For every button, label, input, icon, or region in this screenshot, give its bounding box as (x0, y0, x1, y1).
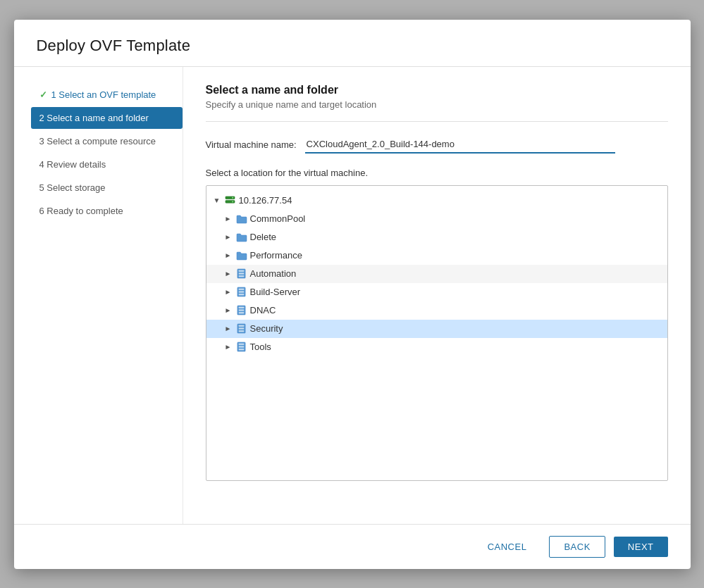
dialog-title: Deploy OVF Template (37, 37, 668, 55)
delete-chevron-icon: ► (223, 232, 233, 242)
tree-item-performance[interactable]: ► Performance (206, 246, 667, 265)
sidebar-step4-label: 4 Review details (39, 159, 106, 170)
dnac-label: DNAC (250, 305, 276, 315)
svg-rect-18 (239, 328, 245, 330)
automation-label: Automation (250, 268, 297, 279)
sidebar-step5-label: 5 Select storage (39, 182, 106, 193)
cancel-button[interactable]: CANCEL (474, 537, 541, 557)
root-server-icon (225, 195, 236, 206)
dialog-footer: CANCEL BACK NEXT (14, 524, 691, 569)
performance-folder-icon (236, 250, 247, 261)
buildserver-dc-icon (236, 287, 247, 298)
commonpool-chevron-icon: ► (223, 214, 233, 224)
sidebar-step1-label: 1 Select an OVF template (51, 89, 156, 100)
commonpool-label: CommonPool (250, 213, 306, 224)
tree-item-buildserver[interactable]: ► Build-Server (206, 283, 667, 301)
dnac-dc-icon (236, 305, 247, 316)
delete-label: Delete (250, 232, 277, 242)
svg-rect-7 (239, 275, 245, 277)
delete-folder-icon (236, 232, 247, 243)
dialog-body: ✓ 1 Select an OVF template 2 Select a na… (14, 67, 691, 524)
buildserver-chevron-icon: ► (223, 287, 233, 297)
vm-name-input[interactable] (305, 136, 615, 154)
section-title: Select a name and folder (206, 84, 668, 96)
security-dc-icon (236, 323, 247, 334)
svg-rect-21 (239, 344, 245, 345)
svg-rect-6 (239, 273, 245, 275)
vm-name-label: Virtual machine name: (206, 139, 297, 150)
tree-container[interactable]: ▼ 10.126.77.54 ► (206, 185, 668, 481)
tree-item-dnac[interactable]: ► DNAC (206, 301, 667, 320)
svg-rect-17 (239, 325, 245, 327)
svg-rect-23 (239, 349, 245, 350)
svg-rect-19 (239, 330, 245, 332)
sidebar-item-step2[interactable]: 2 Select a name and folder (31, 107, 183, 129)
root-chevron-icon: ▼ (212, 196, 222, 206)
svg-rect-13 (239, 307, 245, 308)
tree-root-label: 10.126.77.54 (239, 195, 292, 206)
deploy-ovf-dialog: Deploy OVF Template ✓ 1 Select an OVF te… (14, 20, 691, 569)
sidebar-item-step5[interactable]: 5 Select storage (31, 177, 183, 199)
next-button[interactable]: NEXT (614, 537, 668, 557)
sidebar-item-step4[interactable]: 4 Review details (31, 154, 183, 175)
section-divider (206, 121, 668, 122)
sidebar-step6-label: 6 Ready to complete (39, 206, 123, 216)
checkmark-icon: ✓ (39, 89, 47, 100)
commonpool-folder-icon (236, 213, 247, 225)
security-chevron-icon: ► (223, 324, 233, 334)
sidebar-step3-label: 3 Select a compute resource (39, 136, 156, 146)
sidebar-item-step3[interactable]: 3 Select a compute resource (31, 130, 183, 152)
svg-rect-15 (239, 312, 245, 313)
svg-rect-22 (239, 346, 245, 348)
vm-name-row: Virtual machine name: (206, 136, 668, 154)
back-button[interactable]: BACK (549, 536, 605, 558)
svg-rect-5 (239, 270, 245, 272)
svg-rect-9 (239, 289, 245, 290)
svg-rect-10 (239, 292, 245, 293)
sidebar-step2-label: 2 Select a name and folder (39, 113, 149, 123)
automation-chevron-icon: ► (223, 269, 233, 279)
performance-chevron-icon: ► (223, 251, 233, 261)
sidebar-item-step6[interactable]: 6 Ready to complete (31, 200, 183, 222)
security-label: Security (250, 323, 283, 334)
section-subtitle: Specify a unique name and target locatio… (206, 99, 668, 110)
main-content: Select a name and folder Specify a uniqu… (183, 67, 691, 524)
sidebar-item-step1[interactable]: ✓ 1 Select an OVF template (31, 84, 183, 106)
tools-chevron-icon: ► (223, 342, 233, 352)
automation-dc-icon (236, 268, 247, 280)
tree-item-commonpool[interactable]: ► CommonPool (206, 210, 667, 228)
buildserver-label: Build-Server (250, 287, 301, 297)
svg-rect-14 (239, 310, 245, 311)
performance-label: Performance (250, 250, 302, 261)
tree-item-tools[interactable]: ► Tools (206, 338, 667, 356)
tree-item-automation[interactable]: ► Automation (206, 265, 667, 283)
svg-point-2 (232, 197, 233, 199)
tree-item-delete[interactable]: ► Delete (206, 228, 667, 246)
svg-rect-11 (239, 294, 245, 295)
dialog-header: Deploy OVF Template (14, 20, 691, 67)
svg-point-3 (232, 201, 233, 202)
tools-label: Tools (250, 342, 271, 352)
location-label: Select a location for the virtual machin… (206, 168, 668, 178)
sidebar: ✓ 1 Select an OVF template 2 Select a na… (14, 67, 183, 524)
tools-dc-icon (236, 342, 247, 353)
tree-item-security[interactable]: ► Security (206, 320, 667, 338)
tree-root-row[interactable]: ▼ 10.126.77.54 (206, 192, 667, 210)
dnac-chevron-icon: ► (223, 306, 233, 315)
